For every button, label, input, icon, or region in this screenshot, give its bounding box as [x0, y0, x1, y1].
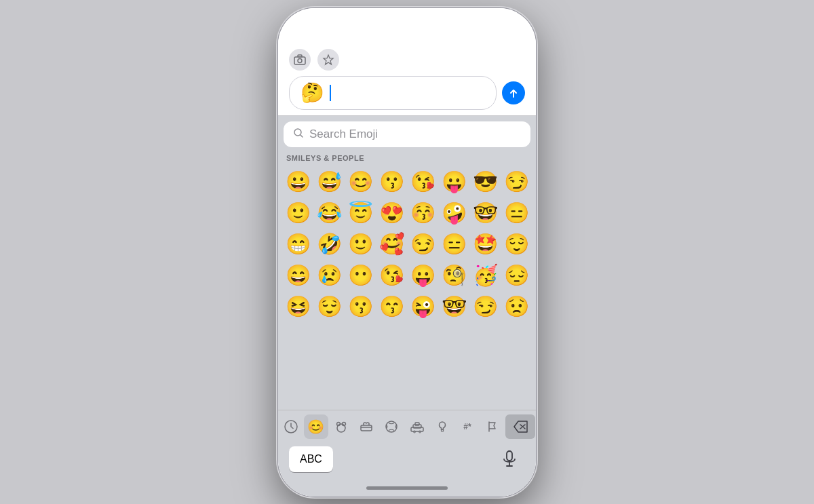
- svg-rect-16: [507, 451, 512, 461]
- svg-rect-8: [361, 425, 372, 431]
- send-button[interactable]: [502, 81, 525, 104]
- emoji-cell[interactable]: 🥰: [376, 229, 407, 260]
- svg-point-1: [298, 58, 302, 62]
- emoji-cell[interactable]: 🤩: [469, 229, 501, 260]
- recent-category-button[interactable]: [279, 414, 303, 439]
- message-input-row: 🤔: [289, 76, 525, 110]
- emoji-grid: 😀 😅 😊 😗 😘 😛 😎 😏 🙂 😂 😇 😍 😚 🤪: [278, 166, 536, 410]
- emoji-cell[interactable]: 😛: [438, 166, 469, 197]
- svg-rect-2: [298, 55, 302, 57]
- emoji-row: 😀 😅 😊 😗 😘 😛 😎 😏: [282, 166, 532, 197]
- emoji-cell[interactable]: 🤓: [438, 291, 469, 322]
- svg-rect-12: [415, 423, 419, 425]
- emoji-keyboard: Search Emoji SMILEYS & PEOPLE 😀 😅 😊 😗 😘 …: [278, 116, 536, 497]
- messages-area: 🤔: [278, 8, 536, 115]
- keyboard-bottom: ABC: [278, 442, 536, 482]
- emoji-cell[interactable]: 😍: [376, 197, 407, 229]
- emoji-cell[interactable]: 🤪: [438, 197, 469, 229]
- emoji-cell[interactable]: 😏: [501, 166, 532, 197]
- svg-point-7: [342, 422, 345, 425]
- phone-screen: 🤔 Search: [278, 8, 536, 497]
- symbols-category-button[interactable]: #*: [455, 414, 480, 439]
- emoji-cell[interactable]: 😘: [376, 260, 407, 291]
- emoji-cell[interactable]: 😌: [313, 291, 345, 322]
- abc-keyboard-button[interactable]: ABC: [289, 446, 333, 472]
- emoji-cell[interactable]: 😑: [501, 197, 532, 229]
- category-label: SMILEYS & PEOPLE: [278, 151, 536, 166]
- emoji-cell[interactable]: 😂: [313, 197, 345, 229]
- emoji-cell[interactable]: 😑: [438, 229, 469, 260]
- emoji-cell[interactable]: 😜: [407, 291, 438, 322]
- emoji-row: 😆 😌 😗 😙 😜 🤓 😏 😟: [282, 291, 532, 322]
- flags-category-button[interactable]: [480, 414, 505, 439]
- text-cursor: [330, 85, 331, 101]
- appstore-button[interactable]: [317, 49, 339, 71]
- phone-frame: 🤔 Search: [278, 8, 536, 497]
- emoji-cell[interactable]: 🤣: [313, 229, 345, 260]
- emoji-cell[interactable]: 🙂: [345, 229, 376, 260]
- emoji-row: 🙂 😂 😇 😍 😚 🤪 🤓 😑: [282, 197, 532, 229]
- emoji-cell[interactable]: 😀: [282, 166, 313, 197]
- emoji-cell[interactable]: 😚: [407, 197, 438, 229]
- sports-category-button[interactable]: [379, 414, 404, 439]
- emoji-cell[interactable]: 😙: [376, 291, 407, 322]
- objects-category-button[interactable]: [430, 414, 454, 439]
- delete-button[interactable]: [505, 414, 535, 439]
- home-indicator-area: [278, 482, 536, 497]
- svg-rect-0: [294, 57, 305, 64]
- emoji-cell[interactable]: 😘: [407, 166, 438, 197]
- emoji-cell[interactable]: 😄: [282, 260, 313, 291]
- emoji-cell[interactable]: 😛: [407, 260, 438, 291]
- emoji-cell[interactable]: 😢: [313, 260, 345, 291]
- emoji-search-bar[interactable]: Search Emoji: [284, 121, 530, 147]
- message-input-box[interactable]: 🤔: [289, 76, 497, 110]
- svg-point-9: [386, 421, 397, 432]
- svg-rect-15: [441, 429, 443, 431]
- smiley-category-button[interactable]: 😊: [304, 414, 328, 439]
- animal-category-button[interactable]: [329, 414, 353, 439]
- search-placeholder: Search Emoji: [309, 128, 378, 141]
- emoji-cell[interactable]: 😊: [345, 166, 376, 197]
- emoji-cell[interactable]: 😶: [345, 260, 376, 291]
- emoji-cell[interactable]: 😅: [313, 166, 345, 197]
- category-bar: 😊: [278, 410, 536, 442]
- emoji-cell[interactable]: 😔: [501, 260, 532, 291]
- emoji-cell[interactable]: 😏: [469, 291, 501, 322]
- emoji-cell[interactable]: 😟: [501, 291, 532, 322]
- thinking-emoji: 🤔: [301, 83, 324, 102]
- emoji-cell[interactable]: 😌: [501, 229, 532, 260]
- emoji-row: 😁 🤣 🙂 🥰 😏 😑 🤩 😌: [282, 229, 532, 260]
- home-bar: [366, 486, 448, 490]
- emoji-cell[interactable]: 😆: [282, 291, 313, 322]
- emoji-cell[interactable]: 😗: [345, 291, 376, 322]
- emoji-cell[interactable]: 🤓: [469, 197, 501, 229]
- emoji-cell[interactable]: 🙂: [282, 197, 313, 229]
- search-icon: [293, 128, 304, 141]
- emoji-cell[interactable]: 😏: [407, 229, 438, 260]
- emoji-cell[interactable]: 🧐: [438, 260, 469, 291]
- emoji-cell[interactable]: 🥳: [469, 260, 501, 291]
- emoji-cell[interactable]: 😗: [376, 166, 407, 197]
- food-category-button[interactable]: [354, 414, 379, 439]
- microphone-button[interactable]: [494, 444, 525, 474]
- emoji-cell[interactable]: 😇: [345, 197, 376, 229]
- emoji-row: 😄 😢 😶 😘 😛 🧐 🥳 😔: [282, 260, 532, 291]
- travel-category-button[interactable]: [405, 414, 429, 439]
- svg-point-6: [336, 422, 340, 425]
- camera-button[interactable]: [289, 49, 311, 71]
- emoji-cell[interactable]: 😁: [282, 229, 313, 260]
- message-toolbar: [289, 49, 525, 71]
- emoji-cell[interactable]: 😎: [469, 166, 501, 197]
